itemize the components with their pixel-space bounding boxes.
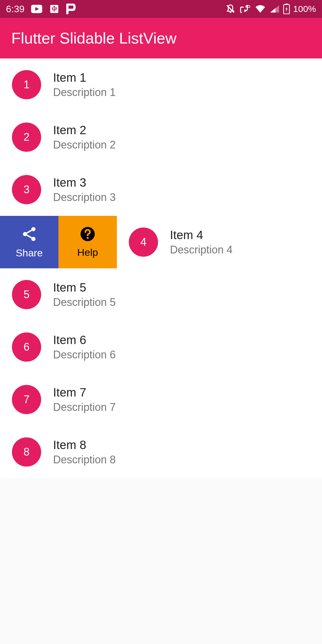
item-description: Description 2	[53, 139, 116, 151]
avatar: 2	[12, 123, 41, 152]
svg-rect-3	[55, 7, 57, 9]
list-item[interactable]: 3 Item 3 Description 3	[0, 163, 322, 216]
status-bar-left: 6:39	[6, 4, 76, 15]
item-description: Description 8	[53, 453, 116, 466]
share-label: Share	[16, 247, 43, 259]
item-title: Item 6	[53, 333, 116, 347]
list-view[interactable]: 1 Item 1 Description 1 2 Item 2 Descript…	[0, 58, 322, 478]
item-title: Item 1	[53, 71, 116, 84]
app-bar: Flutter Slidable ListView	[0, 18, 322, 58]
svg-line-11	[27, 230, 32, 233]
phone-4g-icon: 4G	[239, 4, 251, 14]
item-description: Description 6	[53, 349, 116, 361]
share-icon	[21, 226, 38, 244]
wifi-icon	[254, 4, 266, 14]
help-button[interactable]: Help	[58, 216, 117, 268]
item-title: Item 5	[53, 281, 116, 294]
dnd-icon	[225, 4, 236, 14]
svg-point-9	[23, 232, 27, 236]
slide-actions: Share Help	[0, 216, 117, 268]
avatar: 3	[12, 175, 41, 204]
p-icon	[66, 4, 76, 14]
signal-icon	[269, 4, 280, 14]
avatar: 8	[12, 437, 41, 467]
item-title: Item 8	[53, 438, 116, 452]
list-item-slid[interactable]: Share Help 4 Item 4 Description 4	[0, 216, 322, 268]
item-description: Description 5	[53, 296, 116, 309]
svg-point-14	[87, 237, 89, 239]
list-item[interactable]: 8 Item 8 Description 8	[0, 426, 322, 478]
help-icon	[80, 226, 95, 243]
list-item[interactable]: 4 Item 4 Description 4	[117, 216, 322, 268]
item-description: Description 3	[53, 191, 116, 204]
share-button[interactable]: Share	[0, 216, 58, 268]
battery-icon	[283, 4, 290, 14]
list-item[interactable]: 1 Item 1 Description 1	[0, 58, 322, 111]
battery-percent: 100%	[293, 4, 316, 14]
avatar: 6	[12, 332, 41, 362]
item-title: Item 7	[53, 386, 116, 399]
svg-point-2	[52, 7, 53, 9]
avatar: 4	[129, 227, 158, 257]
status-time: 6:39	[6, 4, 24, 15]
help-label: Help	[77, 247, 98, 258]
app-title: Flutter Slidable ListView	[11, 29, 177, 47]
list-item[interactable]: 7 Item 7 Description 7	[0, 373, 322, 426]
youtube-icon	[31, 5, 42, 13]
item-description: Description 1	[53, 86, 116, 99]
item-description: Description 7	[53, 401, 116, 414]
list-item[interactable]: 2 Item 2 Description 2	[0, 111, 322, 163]
item-title: Item 2	[53, 123, 116, 137]
avatar: 5	[12, 280, 41, 309]
list-item[interactable]: 6 Item 6 Description 6	[0, 321, 322, 373]
list-item[interactable]: 5 Item 5 Description 5	[0, 268, 322, 321]
avatar: 7	[12, 385, 41, 414]
svg-point-10	[31, 237, 35, 241]
svg-rect-7	[285, 4, 288, 5]
usb-icon	[49, 4, 60, 14]
svg-line-12	[27, 235, 32, 238]
avatar: 1	[12, 70, 41, 99]
status-bar-right: 4G 100%	[225, 4, 316, 14]
status-bar: 6:39 4G 100%	[0, 0, 322, 18]
item-title: Item 3	[53, 176, 116, 189]
item-description: Description 4	[170, 244, 233, 256]
item-title: Item 4	[170, 228, 233, 242]
svg-point-8	[31, 227, 35, 231]
